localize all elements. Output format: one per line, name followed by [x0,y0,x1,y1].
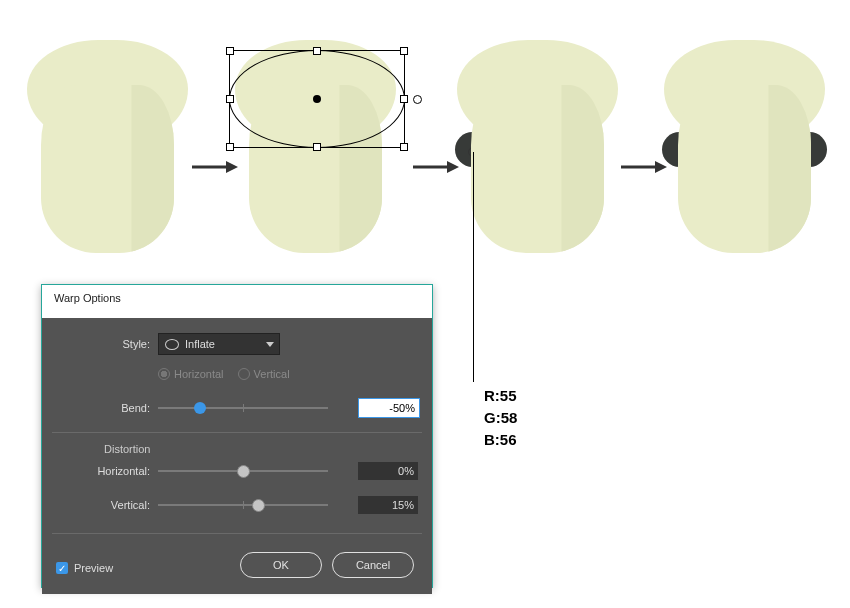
dialog-title: Warp Options [42,285,432,318]
slider-thumb[interactable] [237,465,250,478]
svg-marker-3 [447,161,459,173]
arrow-icon [413,160,459,178]
distortion-v-input[interactable]: 15% [358,496,418,514]
radio-icon [158,368,170,380]
step-4 [672,40,817,255]
inflate-icon [165,339,179,350]
resize-handle[interactable] [226,47,234,55]
center-point[interactable] [313,95,321,103]
resize-handle[interactable] [313,143,321,151]
bend-slider[interactable] [158,400,328,416]
widget-handle[interactable] [413,95,422,104]
callout-line [473,152,474,382]
resize-handle[interactable] [226,143,234,151]
warp-options-dialog: Warp Options Style: Inflate Horizontal V… [41,284,433,588]
resize-handle[interactable] [400,143,408,151]
orient-horizontal-radio[interactable]: Horizontal [158,368,224,380]
mushroom-shape [35,40,180,255]
resize-handle[interactable] [226,95,234,103]
rgb-b-value: B:56 [484,429,517,451]
rgb-readout: R:55 G:58 B:56 [484,385,517,451]
distortion-v-label: Vertical: [42,499,158,511]
bend-input[interactable]: -50% [358,398,420,418]
style-select[interactable]: Inflate [158,333,280,355]
slider-thumb[interactable] [194,402,206,414]
step-2 [243,40,388,255]
style-label: Style: [42,338,158,350]
distortion-h-slider[interactable] [158,463,328,479]
step-3 [465,40,610,255]
arrow-icon [621,160,667,178]
resize-handle[interactable] [313,47,321,55]
resize-handle[interactable] [400,95,408,103]
slider-thumb[interactable] [252,499,265,512]
orient-vertical-radio[interactable]: Vertical [238,368,290,380]
arrow-icon [192,160,238,178]
distortion-v-slider[interactable] [158,497,328,513]
cancel-button[interactable]: Cancel [332,552,414,578]
mushroom-shape [672,40,817,255]
rgb-g-value: G:58 [484,407,517,429]
style-value: Inflate [185,338,215,350]
selection-bounding-box[interactable] [229,50,405,148]
ok-button[interactable]: OK [240,552,322,578]
bend-label: Bend: [42,402,158,414]
orientation-group: Horizontal Vertical [158,368,290,380]
distortion-section-label: Distortion [42,437,432,457]
resize-handle[interactable] [400,47,408,55]
mushroom-shape [465,40,610,255]
radio-icon [238,368,250,380]
svg-marker-1 [226,161,238,173]
svg-marker-5 [655,161,667,173]
distortion-h-input[interactable]: 0% [358,462,418,480]
distortion-h-label: Horizontal: [42,465,158,477]
chevron-down-icon [266,342,274,347]
step-1 [35,40,180,255]
rgb-r-value: R:55 [484,385,517,407]
